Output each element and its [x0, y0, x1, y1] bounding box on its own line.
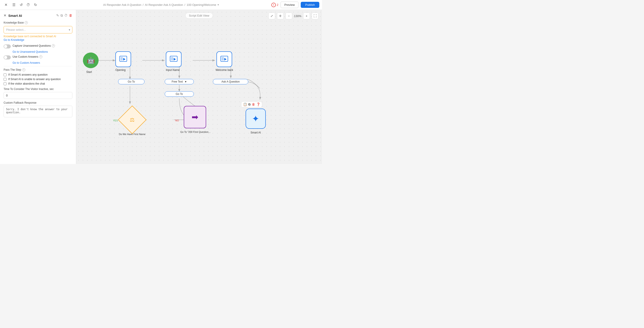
- zoom-level: 130%: [294, 14, 302, 18]
- checkbox-row-1: If Smart AI answers any question: [4, 73, 72, 76]
- copy-action-icon[interactable]: 📋: [243, 102, 247, 106]
- error-badge: ! 2: [271, 3, 278, 7]
- capture-label: Capture Unanswered Questions ?: [12, 44, 55, 47]
- help-action-icon[interactable]: ❓: [256, 102, 260, 106]
- checkbox-1[interactable]: [4, 73, 6, 76]
- edit-icon[interactable]: ✎: [56, 14, 59, 18]
- crosshair-icon[interactable]: ✛: [277, 13, 284, 19]
- preview-button[interactable]: Preview: [280, 2, 298, 8]
- breadcrumb-dropdown-icon[interactable]: ▾: [218, 3, 219, 6]
- freetext-down-icon: ▼: [184, 80, 187, 83]
- history-icon[interactable]: ⏱: [25, 2, 31, 8]
- knowledge-base-help-icon[interactable]: ?: [25, 21, 28, 24]
- pass-step-help-icon[interactable]: ?: [22, 68, 25, 71]
- knowledge-base-label: Knowledge Base ?: [4, 21, 72, 24]
- hamburger-icon[interactable]: ☰: [11, 2, 17, 8]
- copy-icon[interactable]: ⧉: [60, 14, 63, 18]
- sidebar-close-icon[interactable]: ✕: [4, 14, 6, 18]
- checkbox-2[interactable]: [4, 78, 6, 81]
- checkbox-label-3: If the visitor abandons the chat: [8, 82, 45, 85]
- svg-marker-14: [123, 58, 126, 61]
- breadcrumb-part3[interactable]: 100 Opening/Welcome: [187, 3, 216, 7]
- breadcrumb-part2: AI Responder Ask A Question: [145, 3, 183, 7]
- knowledge-base-warning: Knowledge base isn't connected to Smart …: [4, 35, 72, 38]
- goto-knowledge-link[interactable]: Go to Knowledge: [4, 38, 72, 42]
- breadcrumb-part1: AI Responder Ask A Question: [103, 3, 142, 7]
- checkbox-row-3: If the visitor abandons the chat: [4, 82, 72, 85]
- goto-200-label: Go To "200 First Question...: [180, 130, 211, 133]
- sidebar: ✕ Smart AI ✎ ⧉ ⏱ 🗑 Knowledge Base ? Plea…: [0, 10, 76, 164]
- ask-question-pill[interactable]: Ask A Question: [213, 79, 248, 84]
- zoom-out-icon[interactable]: −: [286, 13, 292, 19]
- main-layout: ✕ Smart AI ✎ ⧉ ⏱ 🗑 Knowledge Base ? Plea…: [0, 10, 322, 164]
- topbar-right: ! 2 Preview Publish: [271, 2, 319, 8]
- delete-icon[interactable]: 🗑: [69, 14, 72, 18]
- yes-label: YES: [113, 119, 118, 122]
- opening-goto-pill[interactable]: Go To: [118, 79, 144, 84]
- checkbox-3[interactable]: [4, 82, 6, 85]
- flow-arrows: [76, 10, 322, 164]
- start-label: Start: [86, 70, 92, 74]
- fallback-label: Custom Fallback Response: [4, 101, 72, 104]
- delete-action-icon[interactable]: 🗑: [252, 102, 255, 106]
- custom-answers-toggle[interactable]: [4, 55, 11, 59]
- redo-icon[interactable]: ↻: [32, 2, 38, 8]
- custom-answers-label: Use Custom Answers ?: [12, 55, 42, 58]
- welcome-back-node[interactable]: Welcome back: [216, 51, 233, 72]
- freetext-pill[interactable]: Free Text ▼: [165, 79, 194, 84]
- forward-icon: ➡: [192, 112, 198, 122]
- sidebar-header: ✕ Smart AI ✎ ⧉ ⏱ 🗑: [4, 14, 72, 18]
- sparkle-icon: ✦: [252, 113, 260, 124]
- start-node[interactable]: 🤖: [83, 53, 98, 68]
- error-circle: !: [271, 3, 276, 7]
- input-name-label: Input Name: [166, 68, 182, 72]
- checkbox-label-1: If Smart AI answers any question: [8, 73, 48, 76]
- publish-button[interactable]: Publish: [301, 2, 319, 8]
- capture-toggle[interactable]: [4, 44, 11, 49]
- input-name-node[interactable]: Input Name: [166, 51, 182, 72]
- inactive-input[interactable]: [4, 92, 72, 99]
- diamond-node[interactable]: ⚖ Do We Have First Name: [121, 109, 144, 131]
- zoom-in-icon[interactable]: +: [303, 13, 310, 19]
- script-edit-view-label: Script Edit View: [185, 13, 213, 19]
- custom-answers-help-icon[interactable]: ?: [39, 55, 42, 58]
- input-name-goto-pill[interactable]: Go To: [165, 91, 194, 97]
- smart-ai-action-icons: 📋 ⧉ 🗑 ❓: [241, 101, 262, 107]
- svg-rect-13: [120, 57, 123, 61]
- goto-unanswered-link[interactable]: Go to Unanswered Questions: [12, 50, 72, 53]
- fullscreen-icon[interactable]: ⛶: [312, 13, 318, 19]
- goto-custom-link[interactable]: Go to Custom Answers: [12, 61, 72, 64]
- balance-icon: ⚖: [130, 117, 135, 123]
- topbar: ✕ ☰ ↺ ⏱ ↻ AI Responder Ask A Question / …: [0, 0, 322, 10]
- breadcrumb-sep2: /: [184, 3, 185, 7]
- knowledge-base-select-wrapper: Please select... ▾: [4, 26, 72, 34]
- diamond-label: Do We Have First Name: [116, 133, 148, 135]
- opening-label: Opening: [116, 68, 131, 72]
- sidebar-header-icons: ✎ ⧉ ⏱ 🗑: [56, 14, 72, 18]
- capture-help-icon[interactable]: ?: [52, 44, 55, 47]
- timer-icon[interactable]: ⏱: [64, 14, 68, 18]
- svg-rect-19: [222, 57, 224, 61]
- opening-node[interactable]: Opening: [116, 51, 131, 72]
- pass-step-label: Pass The Step ?: [4, 68, 72, 71]
- checkbox-row-2: If Smart AI is unable to answer any ques…: [4, 78, 72, 81]
- duplicate-action-icon[interactable]: ⧉: [248, 102, 250, 106]
- fallback-textarea[interactable]: Sorry. I don't know the answer to your q…: [4, 106, 72, 117]
- breadcrumb-sep1: /: [143, 3, 144, 7]
- close-button[interactable]: ✕: [3, 2, 9, 8]
- error-count: 2: [277, 3, 278, 7]
- svg-marker-20: [224, 58, 226, 61]
- knowledge-base-select[interactable]: Please select...: [4, 26, 72, 34]
- svg-marker-17: [174, 58, 176, 61]
- checkbox-label-2: If Smart AI is unable to answer any ques…: [8, 78, 61, 81]
- undo-icon[interactable]: ↺: [18, 2, 24, 8]
- no-label: NO: [175, 119, 179, 122]
- smart-ai-node[interactable]: ✦: [246, 109, 266, 129]
- custom-answers-toggle-row: Use Custom Answers ?: [4, 55, 72, 59]
- canvas[interactable]: Script Edit View ⤢ ✛ − 130% + ⛶: [76, 10, 322, 164]
- smart-ai-label: Smart AI: [246, 131, 266, 134]
- capture-toggle-row: Capture Unanswered Questions ?: [4, 44, 72, 49]
- fit-screen-icon[interactable]: ⤢: [268, 13, 275, 19]
- goto-200-node[interactable]: ➡: [184, 106, 206, 128]
- diamond-inner: ⚖: [118, 105, 146, 134]
